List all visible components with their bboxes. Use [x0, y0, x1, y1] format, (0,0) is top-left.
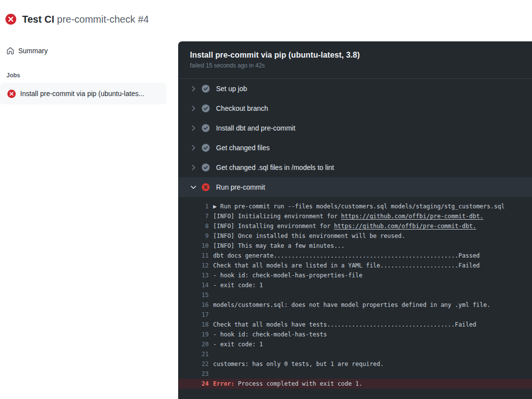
log-line-text: customers: has only 0 tests, but 1 are r…	[213, 359, 384, 369]
log-line-text: Check that all models are listed in a YA…	[213, 261, 480, 270]
log-group-expander-icon[interactable]: ▶	[213, 203, 220, 210]
sidebar-job-item-selected[interactable]: Install pre-commit via pip (ubuntu-lates…	[0, 83, 166, 104]
step-label: Checkout branch	[216, 104, 268, 112]
sidebar-item-label: Summary	[18, 47, 48, 55]
sidebar-item-summary[interactable]: Summary	[6, 43, 178, 58]
log-text-segment: dbt docs generate.......................…	[213, 252, 480, 259]
chevron-down-icon[interactable]	[189, 183, 197, 191]
log-line-number[interactable]: 14	[178, 280, 209, 290]
log-text-segment: Check that all models have tests........…	[213, 321, 476, 328]
chevron-right-icon[interactable]	[189, 164, 197, 171]
step-label: Install dbt and pre-commit	[216, 124, 295, 132]
run-header: Test CI pre-commit-check #4	[0, 0, 532, 38]
sidebar: Summary Jobs Install pre-commit via pip …	[0, 38, 178, 399]
log-line: 23	[178, 369, 532, 379]
log-line-number[interactable]: 11	[178, 251, 209, 261]
log-line: 17	[178, 310, 532, 320]
log-line-number[interactable]: 20	[178, 339, 209, 349]
log-line-number[interactable]: 7	[178, 211, 209, 221]
log-line-text: [INFO] Initializing environment for http…	[213, 211, 483, 221]
home-icon	[6, 47, 14, 55]
log-line: 16models/customers.sql: does not have mo…	[178, 300, 532, 310]
job-header: Install pre-commit via pip (ubuntu-lates…	[178, 41, 532, 79]
log-line-text: dbt docs generate.......................…	[213, 251, 480, 261]
success-status-icon	[202, 164, 210, 171]
log-line: 14- exit code: 1	[178, 280, 532, 290]
log-text-segment: customers: has only 0 tests, but 1 are r…	[213, 361, 384, 367]
log-line: 1▶ Run pre-commit run --files models/cus…	[178, 201, 532, 211]
job-item-label: Install pre-commit via pip (ubuntu-lates…	[20, 90, 144, 98]
log-text-segment: models/customers.sql: does not have mode…	[213, 301, 491, 308]
log-link[interactable]: https://github.com/offbi/pre-commit-dbt.	[334, 223, 476, 230]
log-text-segment: - exit code: 1	[213, 282, 263, 289]
log-line: 7[INFO] Initializing environment for htt…	[178, 211, 532, 221]
chevron-right-icon[interactable]	[189, 124, 197, 132]
log-line-number[interactable]: 22	[178, 359, 209, 369]
failed-status-icon	[202, 183, 210, 191]
log-line: 13- hook id: check-model-has-properties-…	[178, 270, 532, 280]
log-line-number[interactable]: 24	[178, 379, 209, 389]
step-label: Get changed .sql files in /models to lin…	[216, 164, 334, 171]
log-text-segment: - hook id: check-model-has-properties-fi…	[213, 272, 362, 279]
success-status-icon	[202, 104, 210, 112]
job-status-summary: failed 15 seconds ago in 42s	[190, 62, 520, 69]
log-line-number[interactable]: 18	[178, 320, 209, 330]
log-line-number[interactable]: 21	[178, 349, 209, 359]
success-status-icon	[202, 85, 210, 93]
log-line: 8[INFO] Installing environment for https…	[178, 221, 532, 231]
chevron-right-icon[interactable]	[189, 144, 197, 152]
log-line-text: [INFO] Once installed this environment w…	[213, 231, 405, 241]
log-line-text: - exit code: 1	[213, 280, 263, 290]
steps-list: Set up jobCheckout branchInstall dbt and…	[178, 79, 532, 197]
log-line: 12Check that all models are listed in a …	[178, 261, 532, 270]
log-line-text: Error: Process completed with exit code …	[213, 379, 362, 389]
log-line-error: 24Error: Process completed with exit cod…	[178, 379, 532, 389]
log-line: 9[INFO] Once installed this environment …	[178, 231, 532, 241]
log-line-number[interactable]: 8	[178, 221, 209, 231]
log-line-number[interactable]: 10	[178, 241, 209, 251]
log-line: 15	[178, 290, 532, 300]
step-label: Set up job	[216, 85, 247, 93]
failed-status-icon	[7, 90, 16, 98]
log-line-text: Check that all models have tests........…	[213, 320, 476, 330]
log-line: 11dbt docs generate.....................…	[178, 251, 532, 261]
success-status-icon	[202, 124, 210, 132]
log-line-number[interactable]: 1	[178, 201, 209, 211]
job-title: Install pre-commit via pip (ubuntu-lates…	[190, 51, 520, 60]
log-line-text: ▶ Run pre-commit run --files models/cust…	[213, 201, 504, 211]
log-text-segment: [INFO] This may take a few minutes...	[213, 242, 344, 249]
log-line: 20- exit code: 1	[178, 339, 532, 349]
step-row-install-dbt-and-pre-commit[interactable]: Install dbt and pre-commit	[178, 118, 532, 138]
log-line-number[interactable]: 12	[178, 261, 209, 270]
log-line-number[interactable]: 17	[178, 310, 209, 320]
chevron-right-icon[interactable]	[189, 104, 197, 112]
step-row-checkout-branch[interactable]: Checkout branch	[178, 99, 532, 118]
log-text-segment: [INFO] Installing environment for	[213, 223, 334, 230]
step-label: Run pre-commit	[216, 183, 265, 191]
log-text-segment: - exit code: 1	[213, 341, 263, 348]
step-row-run-pre-commit[interactable]: Run pre-commit	[178, 177, 532, 197]
step-row-set-up-job[interactable]: Set up job	[178, 79, 532, 99]
log-line-number[interactable]: 13	[178, 270, 209, 280]
job-log-panel: Install pre-commit via pip (ubuntu-lates…	[178, 41, 532, 399]
log-line-number[interactable]: 15	[178, 290, 209, 300]
chevron-right-icon[interactable]	[189, 85, 197, 93]
workflow-name: Test CI	[22, 14, 54, 25]
log-line: 19- hook id: check-model-has-tests	[178, 330, 532, 339]
log-line: 10[INFO] This may take a few minutes...	[178, 241, 532, 251]
failed-status-icon	[5, 14, 16, 25]
log-line: 22customers: has only 0 tests, but 1 are…	[178, 359, 532, 369]
step-row-get-changed-sql-files-in-models-to-lint[interactable]: Get changed .sql files in /models to lin…	[178, 158, 532, 177]
step-row-get-changed-files[interactable]: Get changed files	[178, 138, 532, 158]
log-link[interactable]: https://github.com/offbi/pre-commit-dbt.	[341, 213, 483, 220]
log-line-number[interactable]: 23	[178, 369, 209, 379]
log-line: 21	[178, 349, 532, 359]
log-line-number[interactable]: 19	[178, 330, 209, 339]
log-line-number[interactable]: 9	[178, 231, 209, 241]
run-name: pre-commit-check #4	[57, 14, 149, 25]
log-line: 18Check that all models have tests......…	[178, 320, 532, 330]
success-status-icon	[202, 144, 210, 152]
step-label: Get changed files	[216, 144, 270, 152]
log-line-text: - hook id: check-model-has-tests	[213, 330, 327, 339]
log-line-number[interactable]: 16	[178, 300, 209, 310]
